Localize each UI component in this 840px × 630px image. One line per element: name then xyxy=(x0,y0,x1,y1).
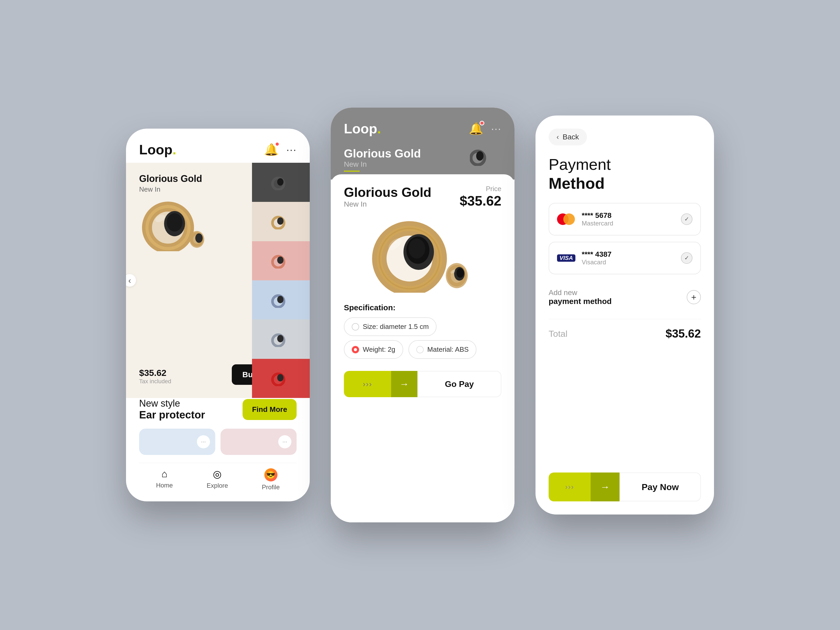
product-title-row: Glorious Gold New In Price $35.62 xyxy=(344,185,501,209)
go-pay-button[interactable]: Go Pay xyxy=(417,371,501,397)
swatch-silver-img xyxy=(270,331,291,347)
spec-material-label: Material: ABS xyxy=(427,346,469,354)
product-detail-svg xyxy=(357,219,488,293)
spec-weight-label: Weight: 2g xyxy=(363,346,395,354)
svg-point-18 xyxy=(277,335,284,342)
product-image-area xyxy=(344,214,501,298)
visa-type: Visacard xyxy=(582,259,675,266)
add-line2: payment method xyxy=(549,297,612,306)
add-payment-text: Add new payment method xyxy=(549,289,612,306)
pay-now-label[interactable]: Pay Now xyxy=(619,472,701,501)
phone2-notification-dot xyxy=(480,121,484,125)
phone2-footer: ››› → Go Pay xyxy=(344,371,501,397)
nav-profile[interactable]: 😎 Profile xyxy=(262,468,280,491)
add-payment-row: Add new payment method + xyxy=(549,283,701,311)
card-mastercard[interactable]: **** 5678 Mastercard ✓ xyxy=(549,203,701,235)
swatch-pink-img xyxy=(270,253,291,268)
nav-explore[interactable]: ◎ Explore xyxy=(207,468,228,491)
swatch-blue-img xyxy=(270,292,291,308)
hero-title: Glorious Gold xyxy=(139,173,242,184)
visa-number: **** 4387 xyxy=(582,250,675,259)
phone-payment: ‹ Back Payment Method **** 5678 Masterca… xyxy=(535,115,714,515)
nav-profile-label: Profile xyxy=(262,483,280,491)
footer-arrow-right[interactable]: → xyxy=(391,371,417,397)
pay-arrow-right[interactable]: → xyxy=(591,472,619,501)
visa-check: ✓ xyxy=(681,252,693,264)
svg-point-22 xyxy=(476,151,483,161)
earphone-hero-svg xyxy=(134,199,213,251)
svg-point-12 xyxy=(277,217,284,225)
add-line1: Add new xyxy=(549,289,612,297)
visa-info: **** 4387 Visacard xyxy=(582,250,675,266)
phone2-more-icon[interactable]: ··· xyxy=(491,123,501,135)
phone2-header-icons: 🔔 ··· xyxy=(469,122,501,136)
spec-size[interactable]: Size: diameter 1.5 cm xyxy=(344,317,437,336)
header: Loop. 🔔 ··· xyxy=(126,129,310,163)
phone2-hero-sub: New In xyxy=(344,160,465,169)
payment-title-line2: Method xyxy=(549,174,701,193)
notification-dot xyxy=(275,142,279,147)
phone2-body: Glorious Gold New In Price $35.62 xyxy=(331,174,515,523)
phone2-hero-info: Glorious Gold New In xyxy=(344,147,465,172)
find-more-button[interactable]: Find More xyxy=(243,399,297,420)
phone2-logo-dot: . xyxy=(377,121,381,136)
visa-text: VISA xyxy=(559,255,573,261)
swatch-red[interactable] xyxy=(252,359,310,398)
swatch-dark-img xyxy=(270,175,291,190)
bottom-section: New style Ear protector Find More ··· ··… xyxy=(126,398,310,501)
header-icons: 🔔 ··· xyxy=(264,143,297,156)
divider xyxy=(549,319,701,319)
spec-size-label: Size: diameter 1.5 cm xyxy=(363,323,429,331)
spec-radio-size xyxy=(352,323,359,330)
back-button[interactable]: ‹ Back xyxy=(549,129,587,145)
mastercard-number: **** 5678 xyxy=(582,211,675,220)
spec-row-2: Weight: 2g Material: ABS xyxy=(344,340,501,363)
product-price: $35.62 xyxy=(459,193,501,209)
more-options-icon[interactable]: ··· xyxy=(286,144,297,156)
nav-home[interactable]: ⌂ Home xyxy=(156,468,173,491)
promo-card-pink[interactable]: ··· xyxy=(221,429,297,455)
visa-icon: VISA xyxy=(557,254,575,262)
svg-point-34 xyxy=(456,268,464,278)
hero-underline xyxy=(344,171,360,172)
svg-point-14 xyxy=(277,256,284,264)
swatch-blue[interactable] xyxy=(252,280,310,319)
card-visa[interactable]: VISA **** 4387 Visacard ✓ xyxy=(549,242,701,274)
phone2-hero-img-small xyxy=(470,147,501,171)
svg-point-10 xyxy=(277,178,284,186)
bell-icon[interactable]: 🔔 xyxy=(264,143,278,156)
pay-arrows-left: ››› xyxy=(549,472,591,501)
svg-point-29 xyxy=(409,238,425,259)
svg-point-16 xyxy=(277,296,284,303)
phone2-hero-title: Glorious Gold xyxy=(344,147,465,160)
phone2-header: Loop. 🔔 ··· xyxy=(331,107,515,147)
product-price-col: Price $35.62 xyxy=(459,185,501,209)
spec-size-row: Size: diameter 1.5 cm xyxy=(344,317,501,340)
spec-material[interactable]: Material: ABS xyxy=(409,340,477,359)
color-swatches xyxy=(252,163,310,398)
nav-home-label: Home xyxy=(156,482,173,489)
swatch-cream-img xyxy=(270,214,291,229)
swatch-silver[interactable] xyxy=(252,319,310,358)
svg-point-20 xyxy=(277,374,284,381)
promo-card-blue[interactable]: ··· xyxy=(139,429,215,455)
profile-avatar: 😎 xyxy=(264,468,278,482)
hero-small-svg xyxy=(470,147,491,166)
spec-section: Specification: Size: diameter 1.5 cm Wei… xyxy=(344,303,501,363)
swatch-dark[interactable] xyxy=(252,163,310,202)
promo-dots-2: ··· xyxy=(278,435,291,448)
new-style-line2: Ear protector xyxy=(139,409,205,421)
prev-arrow[interactable]: ‹ xyxy=(126,274,136,287)
swatch-cream[interactable] xyxy=(252,202,310,241)
mastercard-type: Mastercard xyxy=(582,220,675,227)
hero-subtitle: New In xyxy=(139,185,242,193)
swatch-pink[interactable] xyxy=(252,241,310,280)
total-row: Total $35.62 xyxy=(549,327,701,340)
phone3-inner: ‹ Back Payment Method **** 5678 Masterca… xyxy=(535,115,714,515)
spec-weight[interactable]: Weight: 2g xyxy=(344,340,403,359)
svg-point-4 xyxy=(167,213,182,232)
add-payment-button[interactable]: + xyxy=(687,290,701,304)
phone2-bell-icon[interactable]: 🔔 xyxy=(469,122,483,136)
phone2-logo: Loop. xyxy=(344,121,381,136)
nav-explore-label: Explore xyxy=(207,482,228,489)
